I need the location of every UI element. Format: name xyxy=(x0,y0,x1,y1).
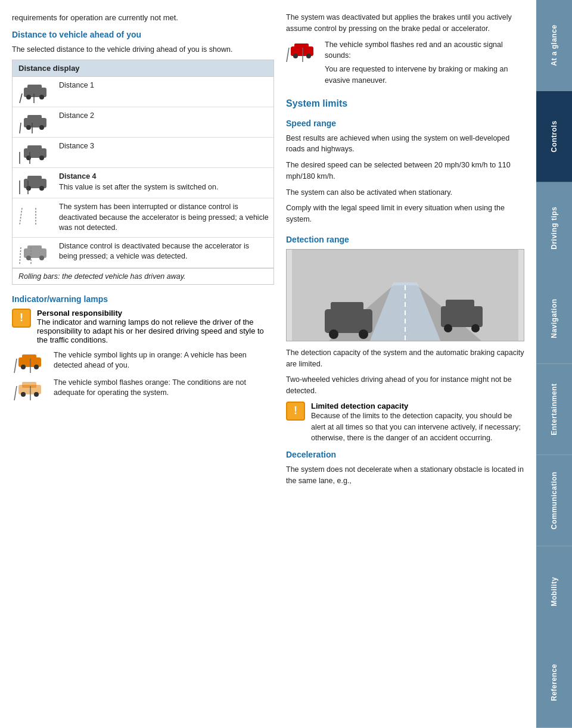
rolling-bars-text: Rolling bars: the detected vehicle has d… xyxy=(13,268,273,284)
svg-line-4 xyxy=(20,94,22,103)
vehicle-flash-text: The vehicle symbol flashes red and an ac… xyxy=(325,39,524,91)
svg-point-60 xyxy=(471,324,480,332)
svg-point-41 xyxy=(34,392,39,397)
distance-row-3: Distance 3 xyxy=(13,138,273,168)
indicator-section: Indicator/warning lamps ! Personal respo… xyxy=(12,294,274,400)
speed-range-text2: The desired speed can be selected betwee… xyxy=(286,160,524,182)
svg-point-46 xyxy=(293,54,298,58)
indicator-row-1: The vehicle symbol lights up in orange: … xyxy=(12,350,274,373)
distance-table: Distance display xyxy=(12,60,274,285)
distance-text-4: Distance 4 This value is set after the s… xyxy=(59,172,269,192)
svg-point-15 xyxy=(39,155,44,160)
personal-responsibility-row: ! Personal responsibility The indicator … xyxy=(12,309,274,344)
svg-point-28 xyxy=(26,256,31,260)
svg-rect-39 xyxy=(22,382,36,388)
left-column: requirements for operation are currently… xyxy=(12,12,274,704)
sidebar-tab-at-a-glance[interactable]: At a glance xyxy=(536,0,572,91)
svg-point-34 xyxy=(21,365,26,369)
limited-detection-warning-icon: ! xyxy=(286,402,305,421)
page-container: requirements for operation are currently… xyxy=(0,0,572,728)
svg-rect-58 xyxy=(446,300,474,309)
svg-point-21 xyxy=(39,186,44,191)
limited-detection-row: ! Limited detection capacity Because of … xyxy=(286,402,524,444)
right-column: The system was deactivated but applies t… xyxy=(286,12,524,704)
distance-icon-6 xyxy=(17,241,53,264)
distance-row-6: Distance control is deactivated because … xyxy=(13,238,273,268)
svg-rect-27 xyxy=(27,245,42,251)
speed-range-heading: Speed range xyxy=(286,119,524,128)
svg-point-55 xyxy=(329,329,338,339)
personal-responsibility-text: Personal responsibility The indicator an… xyxy=(37,309,274,344)
sidebar-tab-communication[interactable]: Communication xyxy=(536,455,572,546)
deceleration-section: Deceleration The system does not deceler… xyxy=(286,450,524,487)
indicator-text-2: The vehicle symbol flashes orange: The c… xyxy=(54,378,274,399)
sidebar-tab-driving-tips[interactable]: Driving tips xyxy=(536,182,572,273)
car-svg-4 xyxy=(19,172,52,194)
speed-range-text1: Best results are achieved when using the… xyxy=(286,133,524,155)
detection-range-heading: Detection range xyxy=(286,235,524,244)
sidebar-tab-entertainment[interactable]: Entertainment xyxy=(536,364,572,455)
svg-point-9 xyxy=(39,125,44,130)
svg-point-59 xyxy=(444,324,452,332)
car-svg-2 xyxy=(19,111,52,133)
svg-rect-57 xyxy=(441,306,483,327)
distance-row-4: Distance 4 This value is set after the s… xyxy=(13,168,273,198)
car-red-icon xyxy=(286,39,319,64)
detection-range-image xyxy=(286,249,524,341)
car-svg-6 xyxy=(19,241,52,264)
distance-text-3: Distance 3 xyxy=(59,141,269,152)
distance-row-2: Distance 2 xyxy=(13,107,273,138)
indicator-heading: Indicator/warning lamps xyxy=(12,294,274,304)
svg-line-10 xyxy=(20,123,21,133)
svg-line-24 xyxy=(20,208,22,225)
svg-point-20 xyxy=(26,186,31,191)
distance-icon-1 xyxy=(17,80,53,103)
detection-text2: Two-wheeled vehicles driving ahead of yo… xyxy=(286,374,524,397)
deceleration-text: The system does not decelerate when a st… xyxy=(286,464,524,487)
car-orange-svg-1 xyxy=(14,350,46,373)
distance-row-1: Distance 1 xyxy=(13,77,273,107)
svg-rect-7 xyxy=(27,115,42,121)
distance-heading: Distance to vehicle ahead of you xyxy=(12,30,274,39)
svg-line-36 xyxy=(14,359,17,373)
svg-rect-19 xyxy=(27,176,42,182)
system-limits-heading: System limits xyxy=(286,98,524,109)
distance-text-5: The system has been interrupted or dista… xyxy=(59,202,269,234)
svg-point-47 xyxy=(306,54,311,58)
car-svg-3 xyxy=(19,141,52,164)
deceleration-heading: Deceleration xyxy=(286,450,524,459)
sidebar-tab-mobility[interactable]: Mobility xyxy=(536,546,572,637)
indicator-row-2: The vehicle symbol flashes orange: The c… xyxy=(12,378,274,400)
svg-point-56 xyxy=(359,329,368,339)
distance-icon-3 xyxy=(17,141,53,164)
distance-description: The selected distance to the vehicle dri… xyxy=(12,44,274,55)
distance-table-header: Distance display xyxy=(13,60,273,77)
limited-detection-text: Limited detection capacity Because of th… xyxy=(311,402,524,444)
svg-line-42 xyxy=(14,386,17,400)
sidebar-tab-controls[interactable]: Controls xyxy=(536,91,572,182)
car-svg-1 xyxy=(19,80,52,103)
speed-range-text4: Comply with the legal speed limit in eve… xyxy=(286,203,524,225)
distance-icon-2 xyxy=(17,111,53,133)
distance-section: Distance to vehicle ahead of you The sel… xyxy=(12,30,274,285)
svg-rect-1 xyxy=(27,85,42,91)
intro-text: requirements for operation are currently… xyxy=(12,12,274,24)
svg-point-29 xyxy=(39,256,44,260)
distance-row-5: The system has been interrupted or dista… xyxy=(13,198,273,238)
sidebar: At a glance Controls Driving tips Naviga… xyxy=(536,0,572,728)
sidebar-tab-reference[interactable]: Reference xyxy=(536,637,572,728)
speed-range-text3: The system can also be activated when st… xyxy=(286,187,524,198)
distance-text-2: Distance 2 xyxy=(59,111,269,122)
svg-rect-33 xyxy=(22,354,36,360)
indicator-car-icon-1 xyxy=(12,350,48,373)
svg-line-48 xyxy=(287,48,289,62)
main-content: requirements for operation are currently… xyxy=(0,0,536,728)
detection-text1: The detection capacity of the system and… xyxy=(286,347,524,370)
sidebar-tab-navigation[interactable]: Navigation xyxy=(536,273,572,364)
svg-point-35 xyxy=(34,365,39,369)
svg-point-8 xyxy=(26,125,31,130)
distance-text-6: Distance control is deactivated because … xyxy=(59,241,269,262)
svg-rect-54 xyxy=(331,302,363,314)
car-svg-5 xyxy=(19,202,52,225)
svg-point-40 xyxy=(21,392,26,397)
